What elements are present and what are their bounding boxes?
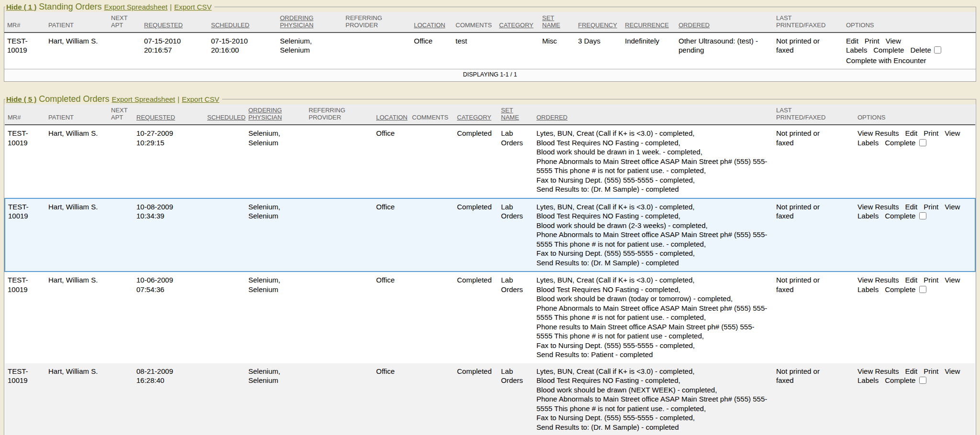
edit-link[interactable]: Edit <box>905 129 917 137</box>
col-last-printed-faxed: LAST PRINTED/FAXED <box>773 104 855 125</box>
col-category[interactable]: CATEGORY <box>496 12 539 33</box>
col-frequency[interactable]: FREQUENCY <box>575 12 622 33</box>
scheduled-cell: 07-15-2010 20:16:00 <box>208 33 277 69</box>
col-ordering-physician[interactable]: ORDERING PHYSICIAN <box>245 104 306 125</box>
print-link[interactable]: Print <box>924 203 938 211</box>
print-link[interactable]: Print <box>924 276 938 284</box>
order-checkbox[interactable] <box>919 212 926 219</box>
col-requested[interactable]: REQUESTED <box>141 12 208 33</box>
scheduled-cell <box>204 198 245 272</box>
last-printed-faxed-cell: Not printed or faxed <box>773 363 855 435</box>
completed-hide-link[interactable]: Hide ( 5 ) <box>6 95 36 103</box>
col-comments: COMMENTS <box>453 12 496 33</box>
edit-link[interactable]: Edit <box>905 203 917 211</box>
print-link[interactable]: Print <box>865 37 880 45</box>
table-row-selected: TEST-10019 Hart, William S. 10-08-2009 1… <box>5 198 975 272</box>
referring-provider-cell <box>306 198 373 272</box>
table-row: TEST-10019 Hart, William S. 07-15-2010 2… <box>4 33 976 69</box>
col-location[interactable]: LOCATION <box>373 104 409 125</box>
recurrence-cell: Indefinitely <box>622 33 676 69</box>
completed-orders-table: MR# PATIENT NEXT APT REQUESTED SCHEDULED… <box>4 104 976 435</box>
complete-link[interactable]: Complete <box>885 376 915 384</box>
print-link[interactable]: Print <box>924 129 938 137</box>
col-ordered[interactable]: ORDERED <box>676 12 773 33</box>
completed-header-row: MR# PATIENT NEXT APT REQUESTED SCHEDULED… <box>5 104 975 125</box>
ordered-cell: Other Ultrasound: (test) - pending <box>676 33 773 69</box>
paging-status: DISPLAYING 1-1 / 1 <box>4 69 976 81</box>
complete-link[interactable]: Complete <box>885 212 915 220</box>
complete-with-encounter-link[interactable]: Complete with Encounter <box>846 56 926 65</box>
view-results-link[interactable]: View Results <box>858 129 899 137</box>
ordering-physician-cell: Selenium, Selenium <box>245 198 306 272</box>
options-cell: View ResultsEditPrintView LabelsComplete <box>855 125 975 198</box>
col-scheduled[interactable]: SCHEDULED <box>208 12 277 33</box>
complete-link[interactable]: Complete <box>885 285 915 294</box>
comments-cell <box>409 363 454 435</box>
complete-link[interactable]: Complete <box>885 139 915 147</box>
completed-export-spreadsheet-link[interactable]: Export Spreadsheet <box>111 95 175 103</box>
view-results-link[interactable]: View Results <box>858 367 899 375</box>
patient-cell: Hart, William S. <box>45 33 108 69</box>
edit-link[interactable]: Edit <box>905 276 917 284</box>
col-next-apt: NEXT APT <box>108 12 141 33</box>
delete-link[interactable]: Delete <box>910 46 931 54</box>
col-referring-provider: REFERRING PROVIDER <box>306 104 373 125</box>
col-requested[interactable]: REQUESTED <box>134 104 204 125</box>
print-link[interactable]: Print <box>924 367 938 375</box>
comments-cell <box>409 198 454 272</box>
table-row: TEST-10019 Hart, William S. 10-06-2009 0… <box>5 272 975 363</box>
col-recurrence[interactable]: RECURRENCE <box>622 12 676 33</box>
ordered-cell: Lytes, BUN, Creat (Call if K+ is <3.0) -… <box>534 125 773 198</box>
comments-cell: test <box>453 33 496 69</box>
ordered-cell: Lytes, BUN, Creat (Call if K+ is <3.0) -… <box>534 363 773 435</box>
completed-orders-section: Hide ( 5 ) Completed Orders Export Sprea… <box>4 94 976 435</box>
referring-provider-cell <box>306 272 373 363</box>
options-cell: View ResultsEditPrintView LabelsComplete <box>855 272 975 363</box>
next-apt-cell <box>108 125 134 198</box>
standing-export-csv-link[interactable]: Export CSV <box>174 3 212 11</box>
col-set-name[interactable]: SET NAME <box>498 104 534 125</box>
edit-link[interactable]: Edit <box>905 367 917 375</box>
view-results-link[interactable]: View Results <box>858 203 899 211</box>
requested-cell: 10-27-2009 10:29:15 <box>134 125 204 198</box>
order-checkbox[interactable] <box>934 46 941 54</box>
order-checkbox[interactable] <box>919 286 926 293</box>
set-name-cell: Lab Orders <box>498 198 534 272</box>
ordering-physician-cell: Selenium, Selenium <box>245 125 306 198</box>
view-results-link[interactable]: View Results <box>858 276 899 284</box>
completed-export-csv-link[interactable]: Export CSV <box>182 95 219 103</box>
edit-link[interactable]: Edit <box>846 37 858 45</box>
patient-cell: Hart, William S. <box>45 198 108 272</box>
standing-hide-link[interactable]: Hide ( 1 ) <box>6 3 36 11</box>
col-set-name[interactable]: SET NAME <box>539 12 575 33</box>
order-checkbox[interactable] <box>919 139 926 146</box>
referring-provider-cell <box>343 33 411 69</box>
col-ordered[interactable]: ORDERED <box>534 104 773 125</box>
col-options: OPTIONS <box>855 104 975 125</box>
legend-separator: | <box>170 3 172 11</box>
col-ordering-physician[interactable]: ORDERING PHYSICIAN <box>277 12 343 33</box>
last-printed-faxed-cell: Not printed or faxed <box>773 272 855 363</box>
requested-cell: 10-06-2009 07:54:36 <box>134 272 204 363</box>
scheduled-cell <box>204 125 245 198</box>
patient-cell: Hart, William S. <box>45 125 108 198</box>
col-last-printed-faxed: LAST PRINTED/FAXED <box>773 12 843 33</box>
frequency-cell: 3 Days <box>575 33 622 69</box>
ordered-cell: Lytes, BUN, Creat (Call if K+ is <3.0) -… <box>534 272 773 363</box>
comments-cell <box>409 272 454 363</box>
complete-link[interactable]: Complete <box>873 46 904 54</box>
options-cell: View ResultsEditPrintView LabelsComplete <box>855 363 975 435</box>
col-location[interactable]: LOCATION <box>411 12 453 33</box>
mr-cell: TEST-10019 <box>5 125 45 198</box>
next-apt-cell <box>108 363 134 435</box>
col-scheduled[interactable]: SCHEDULED <box>204 104 245 125</box>
col-comments: COMMENTS <box>409 104 454 125</box>
col-category[interactable]: CATEGORY <box>454 104 498 125</box>
location-cell: Office <box>373 272 409 363</box>
order-checkbox[interactable] <box>919 377 926 384</box>
last-printed-faxed-cell: Not printed or faxed <box>773 33 843 69</box>
standing-orders-title: Standing Orders <box>39 2 101 11</box>
standing-export-spreadsheet-link[interactable]: Export Spreadsheet <box>104 3 167 11</box>
ordering-physician-cell: Selenium, Selenium <box>245 363 306 435</box>
location-cell: Office <box>411 33 453 69</box>
